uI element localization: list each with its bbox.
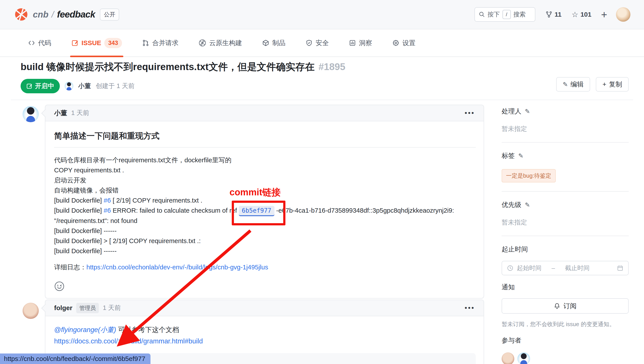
labels-title: 标签	[502, 151, 515, 160]
star-count: 101	[580, 11, 592, 18]
comment-menu-button[interactable]: •••	[464, 304, 475, 312]
tab-insights[interactable]: 洞察	[349, 29, 372, 57]
build-number-link[interactable]: #6	[104, 197, 111, 204]
user-avatar[interactable]	[616, 7, 630, 22]
visibility-badge: 公开	[100, 8, 119, 20]
assignee-title-row: 处理人 ✎	[502, 107, 629, 116]
assignee-empty: 暂未指定	[502, 124, 629, 134]
tab-label: 设置	[402, 38, 416, 48]
participants-title: 参与者	[502, 336, 521, 345]
priority-title-row: 优先级 ✎	[502, 200, 629, 210]
plus-icon: +	[602, 80, 606, 88]
comment-time: 1 天前	[71, 109, 89, 118]
clock-icon	[507, 265, 514, 271]
tab-artifacts[interactable]: 制品	[262, 29, 286, 57]
participant-avatar[interactable]	[518, 352, 530, 364]
search-placeholder-prefix: 按下	[488, 10, 500, 18]
tab-label: 洞察	[359, 38, 372, 48]
status-badge: 开启中	[20, 79, 60, 93]
mention-link[interactable]: @flyingorange(小董)	[54, 326, 116, 334]
create-new-button[interactable]: +	[601, 8, 607, 20]
search-input[interactable]: 按下 / 搜索	[474, 7, 535, 22]
labels-section: 标签 ✎ 一定是bug:待鉴定	[502, 151, 629, 192]
org-name[interactable]: cnb	[33, 10, 48, 20]
body-line: [build Dockerfile] #6 ERROR: failed to c…	[54, 206, 476, 226]
comment-time: 1 天前	[103, 304, 121, 312]
tab-code[interactable]: 代码	[28, 29, 51, 57]
tab-cloud-native-build[interactable]: 云原生构建	[199, 29, 242, 57]
repo-nav: 代码 ISSUE 343 合并请求	[0, 29, 644, 57]
bell-icon	[554, 303, 560, 309]
code-icon	[28, 40, 35, 46]
star-stat[interactable]: ☆ 101	[572, 11, 592, 18]
comment-author[interactable]: folger	[54, 304, 72, 312]
comment-caret	[42, 109, 50, 118]
chart-icon	[349, 40, 356, 46]
comment-heading: 简单描述一下问题和重现方式	[54, 130, 476, 148]
build-number-link[interactable]: #6	[104, 207, 111, 214]
date-dash: –	[552, 264, 555, 272]
merge-request-icon	[142, 40, 149, 46]
slash-key-icon: /	[502, 10, 511, 19]
labels-title-row: 标签 ✎	[502, 151, 629, 160]
label-badge[interactable]: 一定是bug:待鉴定	[502, 169, 556, 182]
author-name[interactable]: 小董	[78, 82, 91, 90]
add-reaction-button[interactable]	[54, 281, 64, 292]
subscribe-button[interactable]: 订阅	[502, 298, 629, 314]
participant-avatar[interactable]	[502, 352, 514, 364]
cloud-build-icon	[199, 39, 206, 47]
body-line: [build Dockerfile] ------	[54, 246, 476, 256]
priority-section: 优先级 ✎ 暂未指定	[502, 200, 629, 236]
edit-assignee-icon[interactable]: ✎	[525, 108, 530, 115]
search-icon	[479, 12, 485, 18]
fork-stat[interactable]: 11	[546, 11, 562, 18]
comment2-avatar[interactable]	[22, 303, 39, 319]
tab-settings[interactable]: 设置	[392, 29, 416, 57]
comment-author[interactable]: 小董	[54, 109, 67, 118]
repo-name[interactable]: feedback	[57, 9, 95, 20]
doc-line: https://docs.cnb.cool/zh/bu​ild/grammar.…	[54, 336, 476, 347]
date-range-input[interactable]: 起始时间 – 截止时间	[502, 261, 629, 275]
subscribe-hint: 暂未订阅，您不会收到此 issue 的变更通知。	[502, 320, 629, 328]
tab-issue[interactable]: ISSUE 343	[72, 29, 122, 57]
comment-menu-button[interactable]: •••	[464, 109, 475, 117]
comment1-header: 小董 1 天前 •••	[45, 105, 484, 121]
commit-link[interactable]: 6b5ef977	[239, 206, 274, 216]
edit-priority-icon[interactable]: ✎	[525, 201, 530, 208]
copy-button[interactable]: + 复制	[596, 77, 629, 92]
participants-section: 参与者	[502, 336, 629, 364]
notification-section: 通知 订阅 暂未订阅，您不会收到此 issue 的变更通知。	[502, 283, 629, 328]
participants-row	[502, 352, 629, 364]
tab-label: 安全	[316, 38, 329, 48]
annotation-text: commit链接	[230, 186, 280, 198]
status-label: 开启中	[35, 82, 54, 90]
calendar-icon	[617, 265, 624, 271]
edit-labels-icon[interactable]: ✎	[518, 152, 523, 160]
date-start-placeholder: 起始时间	[517, 264, 542, 272]
package-icon	[262, 40, 269, 46]
issue-title: build 镜像时候提示找不到requirements.txt文件，但是文件确实…	[20, 60, 546, 73]
priority-title: 优先级	[502, 200, 521, 210]
doc-link[interactable]: https://docs.cnb.cool/zh/bu​ild/grammar.…	[54, 337, 203, 345]
fork-count: 11	[555, 11, 562, 18]
dates-section: 起止时间 起始时间 – 截止时间	[502, 245, 629, 275]
tab-label: 云原生构建	[209, 38, 242, 48]
comment1-avatar[interactable]	[22, 106, 39, 122]
author-avatar[interactable]	[64, 82, 74, 90]
active-tab-underline	[70, 56, 123, 57]
tab-merge-requests[interactable]: 合并请求	[142, 29, 178, 57]
issue-meta: 开启中 小董 创建于 1 天前	[20, 79, 134, 93]
breadcrumb-separator: /	[52, 10, 54, 20]
tab-security[interactable]: 安全	[306, 29, 329, 57]
comment1-body: 简单描述一下问题和重现方式 代码仓库根目录有一个requirements.txt…	[45, 121, 484, 298]
priority-empty: 暂未指定	[502, 218, 629, 227]
log-link[interactable]: https://cnb.cool/echonlab/dev-env/-/buil…	[86, 264, 268, 271]
assignee-title: 处理人	[502, 107, 521, 116]
assignee-section: 处理人 ✎ 暂未指定	[502, 107, 629, 142]
page: cnb / feedback 公开 按下 / 搜索 11 ☆	[0, 0, 644, 364]
participants-title-row: 参与者	[502, 336, 629, 345]
star-icon: ☆	[572, 11, 578, 18]
cnb-logo-icon[interactable]	[14, 8, 28, 21]
body-line: 代码仓库根目录有一个requirements.txt文件，dockerfile里…	[54, 155, 476, 165]
edit-button[interactable]: ✎ 编辑	[556, 77, 590, 92]
